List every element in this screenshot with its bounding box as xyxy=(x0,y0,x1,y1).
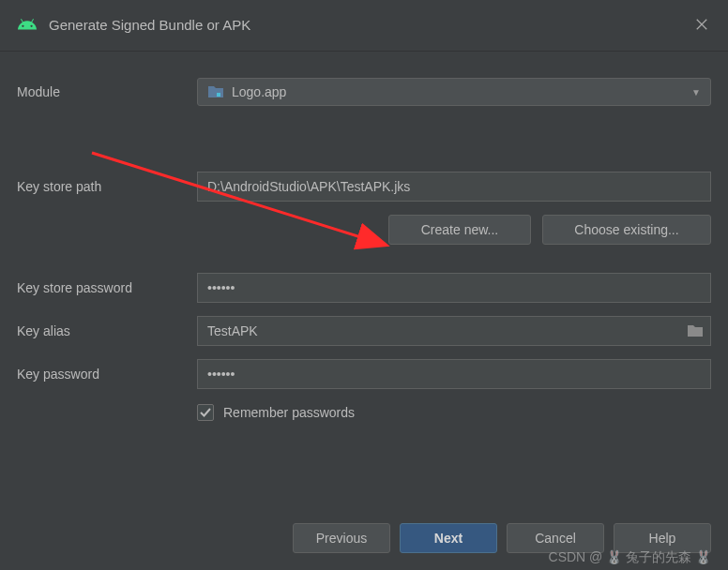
key-alias-label: Key alias xyxy=(17,323,197,338)
module-select[interactable]: Logo.app ▼ xyxy=(197,78,711,106)
footer-buttons: Previous Next Cancel Help xyxy=(293,523,711,553)
key-password-input[interactable] xyxy=(197,359,711,389)
keystore-path-label: Key store path xyxy=(17,179,197,194)
titlebar: Generate Signed Bundle or APK xyxy=(0,0,728,45)
divider xyxy=(0,51,728,52)
module-value: Logo.app xyxy=(232,84,286,99)
dialog-title: Generate Signed Bundle or APK xyxy=(49,17,692,33)
help-button[interactable]: Help xyxy=(614,523,711,553)
android-icon xyxy=(17,14,38,35)
keystore-password-input[interactable] xyxy=(197,273,711,303)
module-icon xyxy=(207,84,224,99)
keystore-path-input[interactable] xyxy=(197,172,711,202)
cancel-button[interactable]: Cancel xyxy=(507,523,604,553)
next-button[interactable]: Next xyxy=(400,523,497,553)
chevron-down-icon: ▼ xyxy=(691,87,701,98)
folder-icon[interactable] xyxy=(687,324,704,338)
key-alias-input[interactable] xyxy=(197,316,711,346)
svg-rect-0 xyxy=(217,93,220,97)
module-label: Module xyxy=(17,84,197,99)
remember-label: Remember passwords xyxy=(223,405,355,420)
create-new-button[interactable]: Create new... xyxy=(388,215,531,245)
key-password-label: Key password xyxy=(17,367,197,382)
keystore-password-label: Key store password xyxy=(17,280,197,295)
close-icon[interactable] xyxy=(692,15,711,34)
previous-button[interactable]: Previous xyxy=(293,523,390,553)
remember-checkbox[interactable] xyxy=(197,404,214,421)
choose-existing-button[interactable]: Choose existing... xyxy=(542,215,711,245)
